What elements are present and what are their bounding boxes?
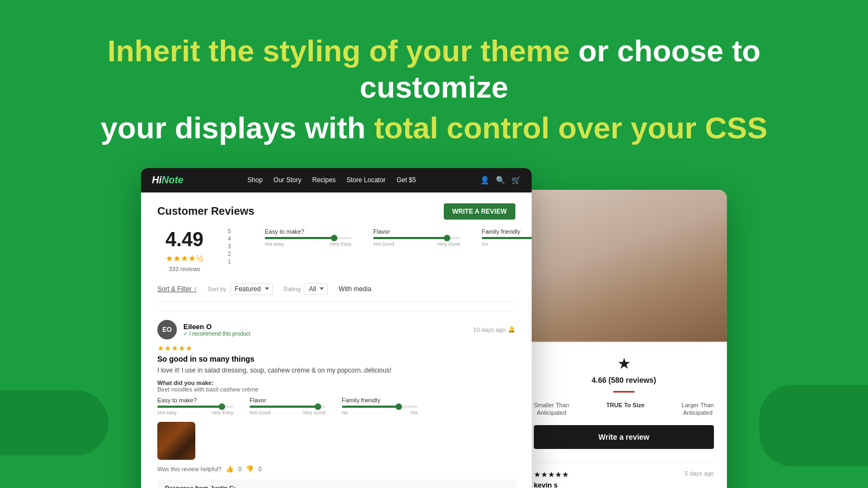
review-attr-easy: Easy to make? Not easyVery Easy xyxy=(157,397,233,415)
helpful-row: Was this review helpful? 👍 0 👎 0 xyxy=(157,465,515,473)
card-fit-labels: Smaller ThanAnticipated TRUE To Size Lar… xyxy=(534,401,714,417)
nav-store-locator[interactable]: Store Locator xyxy=(347,176,386,184)
bar-row-4: 4 xyxy=(228,236,238,242)
family-slider-track xyxy=(482,237,532,239)
rating-label: Rating xyxy=(284,286,301,292)
verified-badge: ✓ I recommend this product xyxy=(183,331,467,337)
rating-number: 4.49 xyxy=(157,228,212,251)
cart-icon[interactable]: 🛒 xyxy=(512,176,521,184)
review-count: 333 reviews xyxy=(157,266,212,272)
attr-easy-label: Easy to make? xyxy=(265,228,352,235)
family-slider-labels: No Yes xyxy=(482,241,532,247)
sort-by-select[interactable]: Featured xyxy=(230,283,273,295)
with-media-label[interactable]: With media xyxy=(339,285,371,293)
review-card: EO Eileen O ✓ I recommend this product 1… xyxy=(157,311,515,488)
rating-group: Rating All xyxy=(284,283,328,295)
bar-row-1: 1 xyxy=(228,259,238,265)
card-star-icon: ★ xyxy=(534,355,714,373)
thumbs-down-icon[interactable]: 👎 xyxy=(246,465,254,473)
headline-line2: your displays with total control over yo… xyxy=(54,110,814,146)
review-title: So good in so many things xyxy=(157,355,515,363)
reviewer-info: Eileen O ✓ I recommend this product xyxy=(183,323,467,337)
screens-container: HiNote Shop Our Story Recipes Store Loca… xyxy=(0,168,868,488)
nav-our-story[interactable]: Our Story xyxy=(273,176,301,184)
card-review-header-1: ★★★★★ 5 days ago xyxy=(534,470,714,479)
card-divider xyxy=(613,391,635,393)
browser-navbar: HiNote Shop Our Story Recipes Store Loca… xyxy=(141,168,532,192)
card-fit-larger: Larger ThanAnticipated xyxy=(681,401,714,417)
rating-summary: 4.49 ★★★★½ 333 reviews 5 4 3 xyxy=(157,228,515,272)
nav-shop[interactable]: Shop xyxy=(247,176,263,184)
bar-label-3: 3 xyxy=(228,243,233,249)
flavor-slider-track xyxy=(373,237,460,239)
review-attr-family: Family friendly NoYes xyxy=(342,397,418,415)
review-image-content xyxy=(157,422,195,460)
review-meta: What did you make: Beet noodles with bas… xyxy=(157,380,515,393)
review-easy-slider xyxy=(157,406,233,408)
browser-mockup: HiNote Shop Our Story Recipes Store Loca… xyxy=(141,168,532,488)
flavor-slider-fill xyxy=(373,237,447,239)
rating-select[interactable]: All xyxy=(304,283,328,295)
response-box: Response from Justin C: Thank you so muc… xyxy=(157,479,515,488)
bar-label-1: 1 xyxy=(228,259,233,265)
search-icon[interactable]: 🔍 xyxy=(496,176,505,184)
review-family-slider xyxy=(342,406,418,408)
flavor-slider-labels: Not Good Very Good xyxy=(373,241,460,247)
reviews-title: Customer Reviews xyxy=(157,205,254,217)
bar-label-2: 2 xyxy=(228,251,233,257)
headline-yellow-part1: Inherit the styling of your theme xyxy=(107,34,570,68)
nav-links: Shop Our Story Recipes Store Locator Get… xyxy=(192,176,471,184)
card-mockup: ★ 4.66 (580 reviews) Smaller ThanAnticip… xyxy=(521,190,727,488)
easy-slider-dot xyxy=(331,235,337,241)
sort-filter-link[interactable]: Sort & Filter ↑ xyxy=(157,285,197,293)
easy-slider-fill xyxy=(265,237,334,239)
thumbs-up-icon[interactable]: 👍 xyxy=(226,465,234,473)
card-review-item-1: ★★★★★ 5 days ago kevin s Super comfy and… xyxy=(534,462,714,488)
review-stars: ★★★★★ xyxy=(157,344,515,352)
card-review-stars-1: ★★★★★ xyxy=(534,470,569,479)
attr-flavor: Flavor Not Good Very Good xyxy=(373,228,460,272)
headline-yellow-part2: total control over your CSS xyxy=(374,111,768,145)
bar-label-4: 4 xyxy=(228,236,233,242)
attr-family-friendly: Family friendly No Yes xyxy=(482,228,532,272)
review-top: EO Eileen O ✓ I recommend this product 1… xyxy=(157,320,515,339)
site-logo: HiNote xyxy=(152,175,183,186)
sort-by-label: Sort by xyxy=(208,286,227,292)
attr-family-label: Family friendly xyxy=(482,228,532,235)
sort-filter-bar: Sort & Filter ↑ Sort by Featured Rating … xyxy=(157,283,515,302)
nav-icons: 👤 🔍 🛒 xyxy=(480,176,521,184)
review-attributes: Easy to make? Not easyVery Easy Flavor xyxy=(157,397,515,415)
bar-row-5: 5 xyxy=(228,228,238,234)
card-review-date-1: 5 days ago xyxy=(685,470,714,477)
review-date: 10 days ago 🔔 xyxy=(473,326,515,333)
card-fit-true: TRUE To Size xyxy=(606,401,644,417)
nav-get-5[interactable]: Get $5 xyxy=(397,176,416,184)
attribute-sliders-summary: Easy to make? Not easy Very Easy Flavor xyxy=(265,228,532,272)
headline-line1: Inherit the styling of your theme or cho… xyxy=(54,33,814,105)
bar-label-5: 5 xyxy=(228,228,233,234)
reviews-header: Customer Reviews WRITE A REVIEW xyxy=(157,203,515,220)
card-write-review-button[interactable]: Write a review xyxy=(534,425,714,449)
bar-row-2: 2 xyxy=(228,251,238,257)
rating-bars: 5 4 3 2 1 xyxy=(228,228,238,272)
review-image xyxy=(157,422,195,460)
card-review-panel: ★ 4.66 (580 reviews) Smaller ThanAnticip… xyxy=(521,342,727,488)
avatar: EO xyxy=(157,320,177,339)
overall-rating: 4.49 ★★★★½ 333 reviews xyxy=(157,228,212,272)
review-text: I love it! I use in salad dressing, soup… xyxy=(157,365,515,375)
card-rating-text: 4.66 (580 reviews) xyxy=(534,376,714,384)
write-review-button[interactable]: WRITE A REVIEW xyxy=(444,203,515,220)
header-section: Inherit the styling of your theme or cho… xyxy=(0,0,868,168)
stars-display: ★★★★½ xyxy=(157,253,212,264)
attr-flavor-label: Flavor xyxy=(373,228,460,235)
card-product-photo xyxy=(521,190,727,342)
easy-slider-track xyxy=(265,237,352,239)
user-icon[interactable]: 👤 xyxy=(480,176,489,184)
reviews-content: Customer Reviews WRITE A REVIEW 4.49 ★★★… xyxy=(141,192,532,488)
family-slider-fill xyxy=(482,237,532,239)
nav-recipes[interactable]: Recipes xyxy=(312,176,335,184)
card-photo-background xyxy=(521,190,727,342)
response-from: Response from Justin C: xyxy=(165,485,508,488)
card-reviewer-name-1: kevin s xyxy=(534,481,714,488)
flavor-slider-dot xyxy=(444,235,450,241)
